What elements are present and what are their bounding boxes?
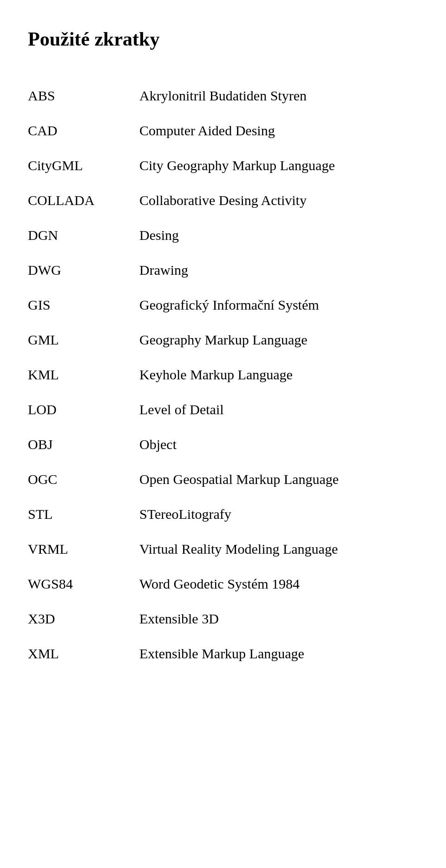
table-row: DWGDrawing	[28, 252, 418, 287]
table-row: DGNDesing	[28, 218, 418, 252]
abbreviation-definition: Geografický Informační Systém	[139, 287, 418, 322]
abbreviation-term: ABS	[28, 78, 139, 113]
abbreviation-definition: Collaborative Desing Activity	[139, 183, 418, 218]
abbreviation-definition: Word Geodetic Systém 1984	[139, 566, 418, 601]
table-row: KMLKeyhole Markup Language	[28, 357, 418, 392]
table-row: VRMLVirtual Reality Modeling Language	[28, 531, 418, 566]
table-row: CADComputer Aided Desing	[28, 113, 418, 148]
abbreviation-term: OBJ	[28, 427, 139, 462]
abbreviation-definition: City Geography Markup Language	[139, 148, 418, 183]
table-row: CityGMLCity Geography Markup Language	[28, 148, 418, 183]
abbreviation-term: STL	[28, 497, 139, 531]
abbreviation-definition: Extensible Markup Language	[139, 636, 418, 671]
table-row: OBJObject	[28, 427, 418, 462]
abbreviation-definition: Object	[139, 427, 418, 462]
table-row: COLLADACollaborative Desing Activity	[28, 183, 418, 218]
table-row: XMLExtensible Markup Language	[28, 636, 418, 671]
abbreviation-definition: Extensible 3D	[139, 601, 418, 636]
abbreviation-definition: Akrylonitril Budatiden Styren	[139, 78, 418, 113]
abbreviation-term: X3D	[28, 601, 139, 636]
abbreviation-definition: Computer Aided Desing	[139, 113, 418, 148]
abbreviation-term: VRML	[28, 531, 139, 566]
table-row: GMLGeography Markup Language	[28, 322, 418, 357]
table-row: WGS84Word Geodetic Systém 1984	[28, 566, 418, 601]
table-row: X3DExtensible 3D	[28, 601, 418, 636]
table-row: LODLevel of Detail	[28, 392, 418, 427]
abbreviation-term: LOD	[28, 392, 139, 427]
abbreviations-table: ABSAkrylonitril Budatiden StyrenCADCompu…	[28, 78, 418, 671]
abbreviation-definition: Drawing	[139, 252, 418, 287]
abbreviation-definition: STereoLitografy	[139, 497, 418, 531]
table-row: GISGeografický Informační Systém	[28, 287, 418, 322]
abbreviation-term: XML	[28, 636, 139, 671]
abbreviation-definition: Geography Markup Language	[139, 322, 418, 357]
abbreviation-term: GIS	[28, 287, 139, 322]
abbreviation-term: WGS84	[28, 566, 139, 601]
abbreviation-term: CAD	[28, 113, 139, 148]
abbreviation-definition: Keyhole Markup Language	[139, 357, 418, 392]
table-row: ABSAkrylonitril Budatiden Styren	[28, 78, 418, 113]
abbreviation-term: DWG	[28, 252, 139, 287]
abbreviation-definition: Virtual Reality Modeling Language	[139, 531, 418, 566]
abbreviation-term: COLLADA	[28, 183, 139, 218]
abbreviation-term: CityGML	[28, 148, 139, 183]
table-row: STLSTereoLitografy	[28, 497, 418, 531]
abbreviation-term: GML	[28, 322, 139, 357]
abbreviation-term: OGC	[28, 462, 139, 497]
table-row: OGCOpen Geospatial Markup Language	[28, 462, 418, 497]
abbreviation-definition: Desing	[139, 218, 418, 252]
page-title: Použité zkratky	[28, 28, 418, 50]
abbreviation-definition: Open Geospatial Markup Language	[139, 462, 418, 497]
abbreviation-definition: Level of Detail	[139, 392, 418, 427]
abbreviation-term: KML	[28, 357, 139, 392]
abbreviation-term: DGN	[28, 218, 139, 252]
